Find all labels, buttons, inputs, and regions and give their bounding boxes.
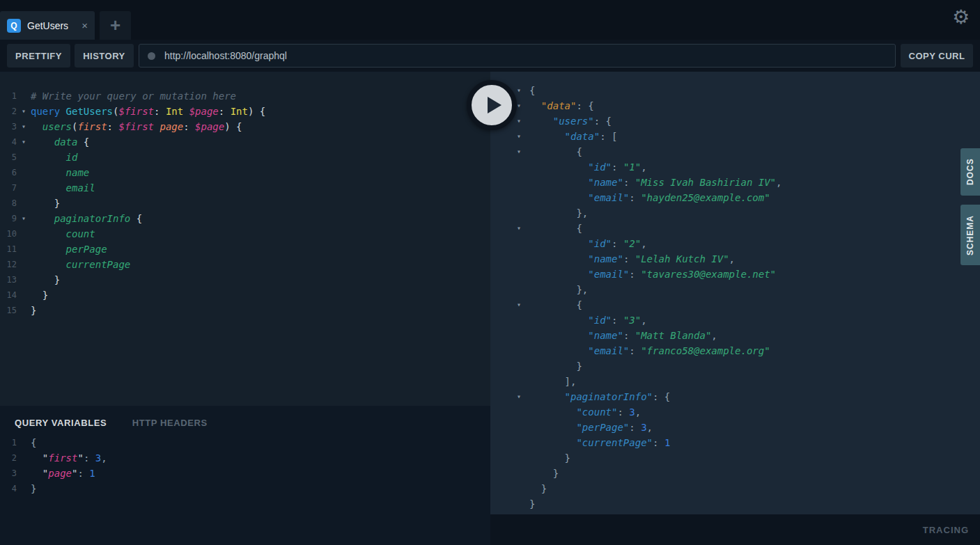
code-line: ▾ {	[490, 144, 980, 159]
code-line[interactable]: 12 currentPage	[0, 257, 490, 272]
code-text: count	[31, 226, 95, 242]
line-number: 14	[0, 287, 17, 303]
query-code[interactable]: 1# Write your query or mutation here2▾qu…	[0, 72, 490, 318]
code-line[interactable]: 5 id	[0, 150, 490, 165]
plus-icon: +	[110, 15, 120, 36]
copy-curl-button[interactable]: COPY CURL	[901, 44, 973, 68]
fold-spacer	[490, 313, 529, 328]
collapse-arrow-icon[interactable]: ▾	[17, 211, 31, 226]
code-line[interactable]: 8 }	[0, 196, 490, 211]
code-line: "count": 3,	[490, 404, 980, 420]
endpoint-url-input[interactable]: http://localhost:8080/graphql	[139, 44, 896, 68]
fold-spacer	[17, 481, 31, 496]
code-line: },	[490, 205, 980, 221]
fold-spacer	[490, 159, 529, 175]
response-json: ▾{▾ "data": {▾ "users": {▾ "data": [▾ { …	[490, 72, 980, 512]
code-line[interactable]: 4}	[0, 481, 490, 496]
fold-spacer	[490, 343, 529, 358]
code-line[interactable]: 9▾ paginatorInfo {	[0, 211, 490, 226]
code-line[interactable]: 13 }	[0, 272, 490, 287]
code-text: email	[31, 180, 95, 196]
collapse-arrow-icon[interactable]: ▾	[490, 221, 529, 236]
schema-tab[interactable]: SCHEMA	[960, 205, 980, 265]
code-text: "perPage": 3,	[529, 420, 653, 435]
variables-header: QUERY VARIABLES HTTP HEADERS	[0, 406, 490, 429]
code-text: "data": [	[529, 129, 617, 144]
fold-spacer	[490, 435, 529, 450]
endpoint-status-dot-icon	[148, 52, 155, 60]
fold-spacer	[490, 481, 529, 496]
collapse-arrow-icon[interactable]: ▾	[17, 134, 31, 150]
collapse-arrow-icon[interactable]: ▾	[17, 104, 31, 119]
tracing-bar: TRACING	[490, 514, 980, 545]
fold-spacer	[17, 242, 31, 257]
fold-spacer	[17, 165, 31, 180]
close-tab-icon[interactable]: ×	[81, 20, 88, 31]
settings-gear-icon[interactable]: ⚙	[952, 8, 970, 27]
code-text: }	[529, 466, 559, 481]
code-line[interactable]: 6 name	[0, 165, 490, 180]
line-number: 13	[0, 272, 17, 287]
code-line: ▾ "paginatorInfo": {	[490, 389, 980, 404]
code-line[interactable]: 4▾ data {	[0, 134, 490, 150]
new-tab-button[interactable]: +	[100, 11, 131, 40]
code-line: ▾ {	[490, 297, 980, 313]
fold-spacer	[490, 267, 529, 282]
code-line: }	[490, 481, 980, 496]
prettify-button[interactable]: PRETTIFY	[7, 44, 70, 68]
query-type-badge: Q	[7, 19, 21, 33]
code-line[interactable]: 15}	[0, 303, 490, 318]
collapse-arrow-icon[interactable]: ▾	[490, 297, 529, 313]
collapse-arrow-icon[interactable]: ▾	[490, 144, 529, 159]
code-text: "name": "Lelah Kutch IV",	[529, 251, 735, 267]
fold-spacer	[490, 328, 529, 343]
fold-spacer	[17, 466, 31, 481]
tab-getusers[interactable]: Q GetUsers ×	[0, 11, 95, 40]
code-line: ▾ "users": {	[490, 113, 980, 129]
code-line[interactable]: 7 email	[0, 180, 490, 196]
collapse-arrow-icon[interactable]: ▾	[490, 389, 529, 404]
code-line: ▾ "data": {	[490, 98, 980, 113]
fold-spacer	[490, 496, 529, 512]
code-text: }	[529, 481, 547, 496]
code-line[interactable]: 14 }	[0, 287, 490, 303]
docs-tab[interactable]: DOCS	[960, 148, 980, 196]
code-line[interactable]: 10 count	[0, 226, 490, 242]
code-line[interactable]: 1# Write your query or mutation here	[0, 88, 490, 104]
code-text: {	[529, 297, 582, 313]
line-number: 15	[0, 303, 17, 318]
code-line[interactable]: 3 "page": 1	[0, 466, 490, 481]
code-line: "email": "hayden25@example.com"	[490, 190, 980, 205]
line-number: 6	[0, 165, 17, 180]
code-text: }	[529, 450, 570, 466]
tab-query-variables[interactable]: QUERY VARIABLES	[15, 418, 107, 428]
code-line: ▾{	[490, 83, 980, 98]
history-button[interactable]: HISTORY	[75, 44, 134, 68]
line-number: 1	[0, 88, 17, 104]
code-text: "count": 3,	[529, 404, 641, 420]
code-text: }	[529, 496, 535, 512]
line-number: 3	[0, 119, 17, 134]
collapse-arrow-icon[interactable]: ▾	[17, 119, 31, 134]
code-line: ▾ {	[490, 221, 980, 236]
code-text: {	[31, 435, 36, 450]
code-text: }	[529, 358, 582, 374]
execute-query-button[interactable]	[467, 80, 517, 130]
code-line[interactable]: 3▾ users(first: $first page: $page) {	[0, 119, 490, 134]
code-line[interactable]: 2 "first": 3,	[0, 450, 490, 466]
code-line: "perPage": 3,	[490, 420, 980, 435]
line-number: 7	[0, 180, 17, 196]
code-text: }	[31, 287, 48, 303]
fold-spacer	[490, 358, 529, 374]
code-line[interactable]: 2▾query GetUsers($first: Int $page: Int)…	[0, 104, 490, 119]
fold-spacer	[17, 450, 31, 466]
tracing-toggle[interactable]: TRACING	[923, 525, 969, 535]
query-editor-pane[interactable]: 1# Write your query or mutation here2▾qu…	[0, 72, 490, 406]
code-text: "name": "Matt Blanda",	[529, 328, 717, 343]
tab-http-headers[interactable]: HTTP HEADERS	[132, 418, 208, 428]
collapse-arrow-icon[interactable]: ▾	[490, 129, 529, 144]
code-line[interactable]: 11 perPage	[0, 242, 490, 257]
variables-editor[interactable]: 1{2 "first": 3,3 "page": 14}	[0, 429, 490, 496]
code-line[interactable]: 1{	[0, 435, 490, 450]
code-text: {	[529, 221, 582, 236]
